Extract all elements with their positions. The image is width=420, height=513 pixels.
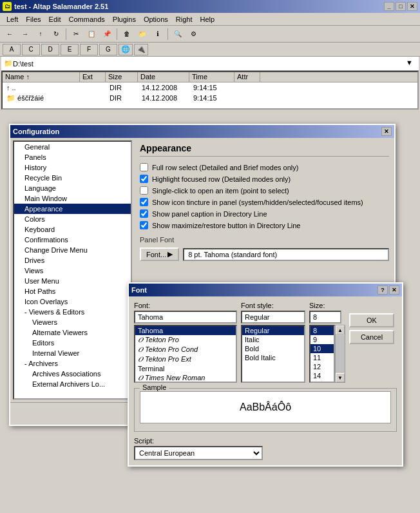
forward-button[interactable]: → <box>18 27 32 41</box>
title-bar: 🗂 test - Altap Salamander 2.51 _ □ ✕ <box>0 0 420 13</box>
settings-button[interactable]: ⚙ <box>186 27 200 41</box>
col-time[interactable]: Time <box>189 72 234 82</box>
table-row[interactable]: 📁 éščřžáié DIR 14.12.2008 9:14:15 <box>3 93 417 103</box>
properties-button[interactable]: ℹ <box>151 27 165 41</box>
col-date[interactable]: Date <box>138 72 189 82</box>
toolbar-sep-1 <box>66 28 66 40</box>
up-button[interactable]: ↑ <box>33 27 48 41</box>
col-size[interactable]: Size <box>106 72 138 82</box>
paste-button[interactable]: 📌 <box>100 27 114 41</box>
menu-commands[interactable]: Commands <box>65 14 109 24</box>
menu-edit[interactable]: Edit <box>45 14 65 24</box>
col-attr[interactable]: Attr <box>234 72 260 82</box>
new-folder-button[interactable]: 📁 <box>135 27 149 41</box>
file-list-header: Name ↑ Ext Size Date Time Attr <box>3 72 417 82</box>
menu-files[interactable]: Files <box>22 14 44 24</box>
path-input[interactable]: D:\test <box>13 60 406 68</box>
menu-left[interactable]: Left <box>3 14 22 24</box>
drive-c[interactable]: C <box>22 44 40 55</box>
minimize-button[interactable]: _ <box>384 2 394 11</box>
drive-a[interactable]: A <box>3 44 21 55</box>
menu-plugins[interactable]: Plugins <box>109 14 140 24</box>
path-icon: 📁 <box>4 59 13 68</box>
menu-right[interactable]: Right <box>172 14 196 24</box>
close-button[interactable]: ✕ <box>407 2 417 11</box>
col-ext[interactable]: Ext <box>80 72 106 82</box>
app-icon: 🗂 <box>3 2 12 11</box>
drive-bar: A C D E F G 🌐 🔌 <box>0 43 420 57</box>
back-button[interactable]: ← <box>3 27 17 41</box>
copy-button[interactable]: 📋 <box>84 27 99 41</box>
toolbar: ← → ↑ ↻ ✂ 📋 📌 🗑 📁 ℹ 🔍 ⚙ <box>0 26 420 43</box>
menu-bar: Left Files Edit Commands Plugins Options… <box>0 13 420 26</box>
drive-f[interactable]: F <box>80 44 98 55</box>
menu-options[interactable]: Options <box>140 14 172 24</box>
path-bar: 📁 D:\test ▼ <box>1 57 419 71</box>
internet-button[interactable]: 🌐 <box>119 44 133 55</box>
col-name[interactable]: Name ↑ <box>3 72 80 82</box>
toolbar-sep-2 <box>117 28 117 40</box>
menu-help[interactable]: Help <box>196 14 219 24</box>
drive-d[interactable]: D <box>41 44 59 55</box>
maximize-button[interactable]: □ <box>396 2 406 11</box>
search-button[interactable]: 🔍 <box>171 27 185 41</box>
ftp-button[interactable]: 🔌 <box>134 44 148 55</box>
refresh-button[interactable]: ↻ <box>49 27 63 41</box>
table-row[interactable]: ↑ .. DIR 14.12.2008 9:14:15 <box>3 82 417 93</box>
cut-button[interactable]: ✂ <box>69 27 83 41</box>
window-title: test - Altap Salamander 2.51 <box>14 3 108 10</box>
path-dropdown-btn[interactable]: ▼ <box>406 59 416 69</box>
drive-g[interactable]: G <box>99 44 117 55</box>
drive-e[interactable]: E <box>61 44 79 55</box>
file-list: Name ↑ Ext Size Date Time Attr ↑ .. DIR … <box>1 71 419 110</box>
title-controls: _ □ ✕ <box>384 2 417 11</box>
delete-button[interactable]: 🗑 <box>120 27 134 41</box>
toolbar-sep-3 <box>167 28 168 40</box>
